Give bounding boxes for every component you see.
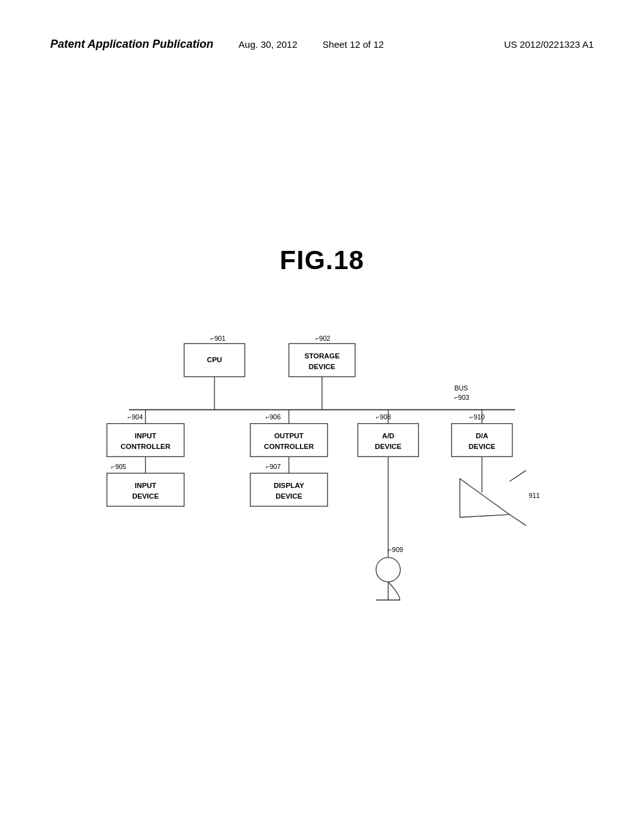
header-patent: US 2012/0221323 A1 bbox=[504, 39, 594, 50]
ad-device-box bbox=[358, 424, 418, 457]
da-device-label1: D/A bbox=[475, 432, 488, 440]
ref-910: ⌐910 bbox=[470, 413, 485, 421]
display-device-label1: DISPLAY bbox=[274, 482, 304, 489]
header: Patent Application Publication Aug. 30, … bbox=[0, 38, 644, 51]
ref-901: ⌐901 bbox=[211, 335, 226, 342]
display-device-box bbox=[250, 473, 328, 507]
ref-911: 911 bbox=[529, 492, 540, 499]
storage-box bbox=[289, 343, 355, 377]
microphone-circle bbox=[376, 558, 401, 582]
header-date: Aug. 30, 2012 bbox=[238, 39, 297, 50]
input-device-label1: INPUT bbox=[135, 482, 156, 489]
output-controller-box bbox=[250, 424, 328, 457]
da-device-label2: DEVICE bbox=[469, 443, 496, 450]
header-title: Patent Application Publication bbox=[50, 38, 213, 51]
page: Patent Application Publication Aug. 30, … bbox=[0, 0, 644, 830]
speaker-cone1 bbox=[509, 470, 526, 482]
da-device-box bbox=[452, 424, 512, 457]
ref-903: ⌐903 bbox=[454, 394, 469, 401]
diagram: .box { fill: white; stroke: #333; stroke… bbox=[38, 283, 606, 641]
display-device-label2: DEVICE bbox=[275, 492, 303, 500]
bus-label: BUS bbox=[454, 384, 468, 392]
mic-curve bbox=[388, 582, 399, 600]
input-controller-label1: INPUT bbox=[135, 432, 156, 440]
ref-906: ⌐906 bbox=[266, 413, 281, 421]
speaker-cone2 bbox=[509, 514, 526, 526]
ref-909: ⌐909 bbox=[388, 546, 403, 553]
ad-device-label1: A/D bbox=[382, 432, 394, 440]
speaker-shape bbox=[460, 479, 509, 517]
storage-label1: STORAGE bbox=[304, 352, 340, 360]
input-controller-box bbox=[107, 424, 184, 457]
ref-904: ⌐904 bbox=[128, 413, 143, 421]
fig-title: FIG.18 bbox=[280, 245, 364, 275]
cpu-label: CPU bbox=[207, 356, 222, 363]
output-controller-label2: CONTROLLER bbox=[264, 443, 314, 450]
input-device-box bbox=[107, 473, 184, 507]
input-controller-label2: CONTROLLER bbox=[121, 443, 170, 450]
ref-908: ⌐908 bbox=[376, 413, 391, 421]
ref-907: ⌐907 bbox=[266, 463, 281, 470]
storage-label2: DEVICE bbox=[309, 363, 336, 370]
header-sheet: Sheet 12 of 12 bbox=[323, 39, 384, 50]
input-device-label2: DEVICE bbox=[132, 492, 159, 500]
ad-device-label2: DEVICE bbox=[375, 443, 402, 450]
ref-905: ⌐905 bbox=[111, 463, 126, 470]
diagram-svg: .box { fill: white; stroke: #333; stroke… bbox=[38, 283, 606, 641]
output-controller-label1: OUTPUT bbox=[274, 432, 304, 440]
ref-902: ⌐902 bbox=[315, 335, 330, 342]
